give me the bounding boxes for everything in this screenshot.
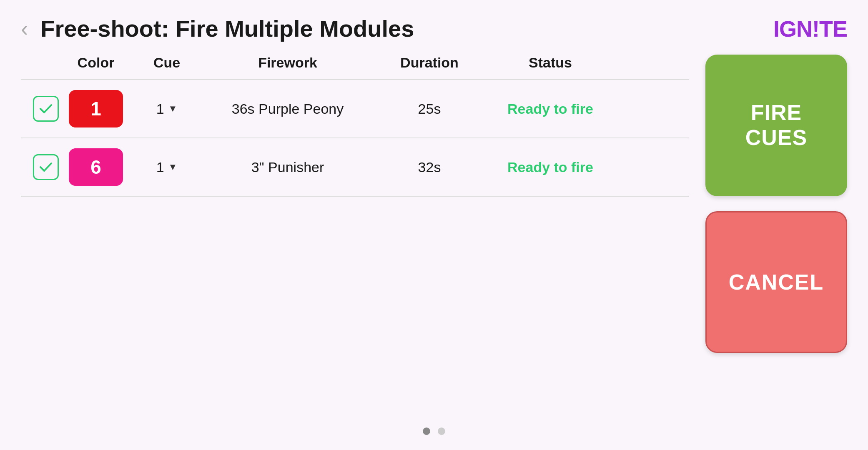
sidebar: FIRECUES CANCEL (705, 50, 847, 434)
row2-duration: 32s (371, 159, 488, 175)
row2-cue-value: 1 (156, 159, 164, 175)
row1-duration: 25s (371, 101, 488, 117)
checkmark-icon (38, 159, 54, 175)
table-header: Color Cue Firework Duration Status (21, 55, 689, 71)
row1-checkbox[interactable] (33, 96, 59, 122)
row1-color-cell: 1 (63, 90, 129, 128)
col-firework: Firework (204, 55, 371, 71)
row2-color-badge: 6 (69, 148, 123, 186)
main-content: Color Cue Firework Duration Status (0, 50, 868, 434)
pagination-dot-2[interactable] (438, 428, 445, 435)
row1-firework: 36s Purple Peony (204, 101, 371, 117)
row2-checkbox[interactable] (33, 154, 59, 180)
row1-cue-dropdown-icon[interactable]: ▼ (168, 103, 178, 114)
row1-cue-value: 1 (156, 101, 164, 117)
row1-status: Ready to fire (488, 101, 613, 117)
row1-cue-cell[interactable]: 1 ▼ (129, 101, 204, 117)
pagination (423, 428, 445, 435)
cancel-button[interactable]: CANCEL (705, 211, 847, 353)
col-duration: Duration (371, 55, 488, 71)
col-color: Color (63, 55, 129, 71)
col-cue: Cue (129, 55, 204, 71)
header-left: ‹ Free-shoot: Fire Multiple Modules (21, 15, 414, 42)
table-body: 1 1 ▼ 36s Purple Peony 25s Ready to fire (21, 79, 689, 197)
row2-cue-cell[interactable]: 1 ▼ (129, 159, 204, 175)
header: ‹ Free-shoot: Fire Multiple Modules IGN!… (0, 0, 868, 50)
fire-cues-label: FIRECUES (745, 100, 807, 150)
row1-color-value: 1 (90, 98, 101, 120)
col-status: Status (488, 55, 613, 71)
table-row: 1 1 ▼ 36s Purple Peony 25s Ready to fire (21, 80, 689, 138)
checkmark-icon (38, 101, 54, 117)
row2-color-value: 6 (90, 156, 101, 178)
fire-cues-button[interactable]: FIRECUES (705, 55, 847, 196)
cancel-label: CANCEL (729, 270, 824, 295)
row1-color-badge: 1 (69, 90, 123, 128)
row2-color-cell: 6 (63, 148, 129, 186)
app-logo: IGN!TE (773, 16, 847, 42)
row2-status: Ready to fire (488, 159, 613, 175)
row1-checkbox-cell[interactable] (29, 96, 63, 122)
table-area: Color Cue Firework Duration Status (21, 50, 689, 434)
page-title: Free-shoot: Fire Multiple Modules (40, 15, 414, 42)
row2-cue-dropdown-icon[interactable]: ▼ (168, 162, 178, 172)
pagination-dot-1[interactable] (423, 428, 430, 435)
row2-checkbox-cell[interactable] (29, 154, 63, 180)
col-checkbox (29, 55, 63, 71)
table-row: 6 1 ▼ 3" Punisher 32s Ready to fire (21, 138, 689, 197)
back-button[interactable]: ‹ (21, 18, 28, 40)
row2-firework: 3" Punisher (204, 159, 371, 175)
